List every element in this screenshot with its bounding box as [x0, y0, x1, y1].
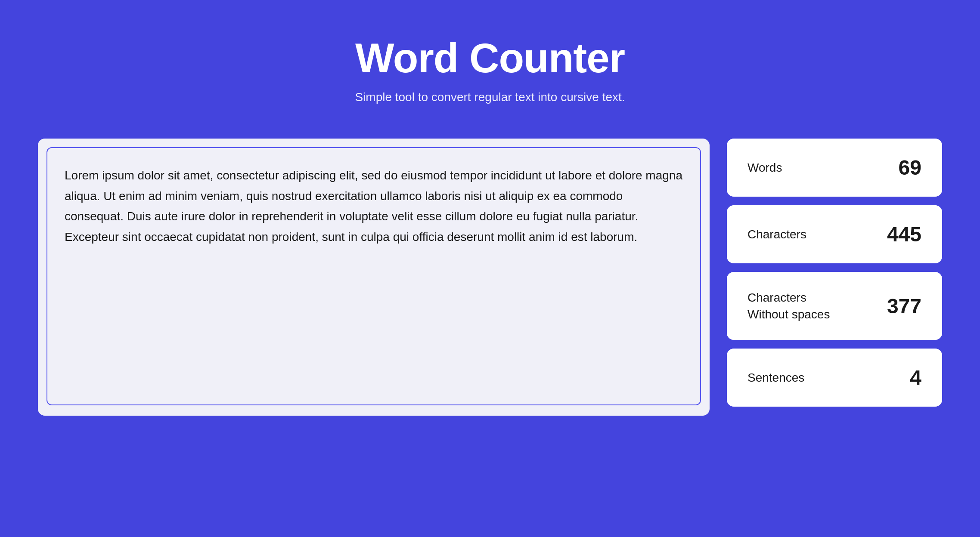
stat-value-characters-stat: 445 [887, 222, 921, 246]
stat-label-words-stat: Words [747, 159, 782, 176]
stat-value-words-stat: 69 [899, 156, 921, 179]
page-subtitle: Simple tool to convert regular text into… [355, 90, 625, 104]
text-input[interactable] [47, 147, 701, 405]
stat-card-characters-stat: Characters445 [727, 205, 942, 263]
stat-label-characters-stat: Characters [747, 226, 806, 243]
page-title: Word Counter [355, 34, 625, 82]
stat-card-sentences-stat: Sentences4 [727, 349, 942, 407]
stat-label-characters-no-spaces-stat: Characters Without spaces [747, 289, 830, 323]
page-header: Word Counter Simple tool to convert regu… [355, 34, 625, 104]
main-content: Words69Characters445Characters Without s… [38, 139, 942, 416]
stats-panel: Words69Characters445Characters Without s… [727, 139, 942, 407]
stat-label-sentences-stat: Sentences [747, 369, 804, 386]
stat-card-characters-no-spaces-stat: Characters Without spaces377 [727, 272, 942, 340]
text-area-container [38, 139, 710, 416]
stat-value-sentences-stat: 4 [910, 366, 921, 389]
stat-card-words-stat: Words69 [727, 139, 942, 197]
stat-value-characters-no-spaces-stat: 377 [887, 294, 921, 318]
